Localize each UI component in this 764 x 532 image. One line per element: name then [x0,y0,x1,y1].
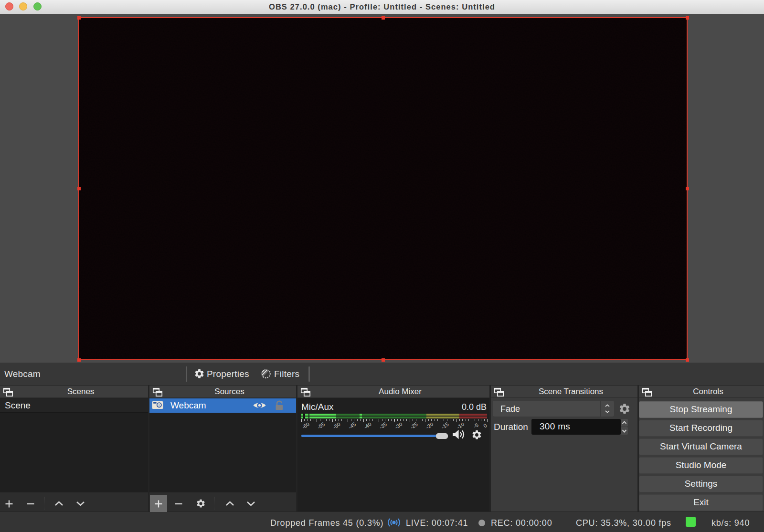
svg-text:-20: -20 [424,421,434,430]
svg-text:-15: -15 [440,421,450,430]
svg-text:-50: -50 [332,421,341,430]
svg-text:-40: -40 [363,421,372,430]
svg-text:-60: -60 [301,421,310,430]
svg-text:-55: -55 [316,421,326,430]
svg-text:0: 0 [482,422,488,428]
svg-text:-30: -30 [394,421,403,430]
svg-text:-5: -5 [472,422,479,429]
svg-text:-25: -25 [409,421,419,430]
svg-text:-35: -35 [378,421,388,430]
svg-text:-45: -45 [347,421,357,430]
